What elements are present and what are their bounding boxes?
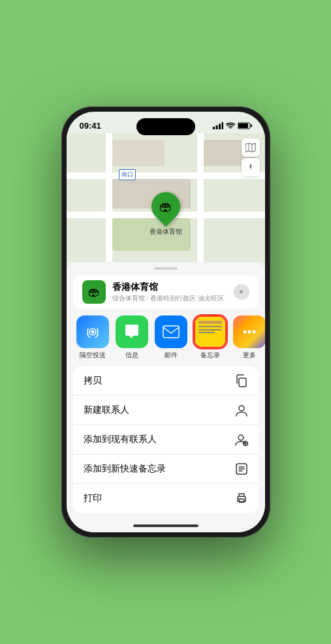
svg-point-16	[238, 435, 244, 440]
venue-description: 综合体育馆 · 香港特别行政区 油尖旺区	[112, 294, 227, 303]
svg-rect-10	[163, 326, 179, 338]
copy-icon	[235, 374, 248, 387]
svg-rect-3	[221, 122, 223, 129]
signal-icon	[213, 122, 223, 129]
phone-frame: 09:41	[61, 106, 270, 538]
map-background: 南口	[67, 133, 265, 262]
print-icon	[235, 492, 248, 505]
svg-point-13	[252, 330, 255, 334]
share-item-messages[interactable]: 信息	[115, 315, 149, 360]
sheet-handle	[154, 267, 178, 270]
action-item-new-contact[interactable]: 新建联系人	[73, 396, 259, 425]
notes-icon-inner	[195, 317, 225, 347]
svg-rect-6	[251, 125, 252, 127]
action-item-add-existing[interactable]: 添加到现有联系人	[73, 425, 259, 455]
messages-symbol	[123, 323, 141, 341]
svg-rect-14	[239, 378, 246, 387]
svg-rect-25	[239, 499, 244, 502]
notes-icon	[194, 315, 227, 348]
compass-icon	[246, 163, 255, 172]
dynamic-island	[136, 118, 195, 135]
more-symbol	[240, 323, 259, 341]
svg-point-11	[243, 330, 246, 334]
messages-icon	[116, 315, 148, 348]
action-label-quick-note: 添加到新快速备忘录	[84, 463, 166, 475]
phone-screen: 09:41	[67, 112, 265, 532]
status-icons	[213, 122, 252, 129]
venue-header: 🏟 香港体育馆 综合体育馆 · 香港特别行政区 油尖旺区 ×	[73, 275, 259, 309]
messages-label: 信息	[125, 351, 138, 360]
action-item-print[interactable]: 打印	[73, 484, 259, 513]
new-contact-icon	[235, 404, 248, 417]
notes-label: 备忘录	[200, 351, 220, 360]
svg-point-26	[239, 498, 240, 499]
map-controls	[242, 138, 260, 176]
status-time: 09:41	[80, 121, 101, 131]
svg-rect-2	[219, 124, 221, 130]
svg-rect-0	[213, 127, 215, 129]
pin-venue-icon: 🏟	[159, 199, 172, 214]
svg-rect-5	[238, 123, 248, 128]
venue-pin[interactable]: 🏟 香港体育馆	[150, 192, 182, 236]
action-item-quick-note[interactable]: 添加到新快速备忘录	[73, 455, 259, 484]
action-label-print: 打印	[84, 492, 102, 504]
home-indicator	[67, 519, 265, 532]
svg-point-9	[91, 330, 94, 334]
action-label-new-contact: 新建联系人	[84, 404, 129, 416]
svg-point-12	[247, 330, 251, 334]
svg-rect-1	[215, 125, 217, 129]
compass-button[interactable]	[242, 158, 260, 176]
share-item-more[interactable]: 更多	[232, 315, 265, 360]
share-item-mail[interactable]: 邮件	[154, 315, 188, 360]
map-area: 南口	[67, 133, 265, 262]
svg-point-7	[249, 167, 251, 169]
close-button[interactable]: ×	[234, 284, 249, 300]
bottom-sheet: 🏟 香港体育馆 综合体育馆 · 香港特别行政区 油尖旺区 ×	[67, 262, 265, 532]
mail-symbol	[162, 325, 180, 339]
action-item-copy[interactable]: 拷贝	[73, 366, 259, 396]
share-row: 隔空投送 信息	[67, 309, 265, 366]
mail-label: 邮件	[165, 351, 178, 360]
add-existing-contact-icon	[235, 433, 248, 446]
action-label-copy: 拷贝	[84, 375, 102, 387]
more-label: 更多	[243, 351, 256, 360]
airdrop-symbol	[84, 323, 101, 340]
map-type-icon	[245, 143, 256, 152]
pin-label: 香港体育馆	[150, 227, 182, 236]
airdrop-icon	[76, 315, 109, 348]
battery-icon	[238, 122, 252, 129]
share-item-airdrop[interactable]: 隔空投送	[76, 315, 110, 360]
mail-icon	[155, 315, 187, 348]
more-icon	[233, 315, 265, 348]
venue-info: 香港体育馆 综合体育馆 · 香港特别行政区 油尖旺区	[112, 282, 227, 303]
venue-logo: 🏟	[82, 280, 106, 304]
action-list: 拷贝 新建联系人 添加到现有联系人	[73, 366, 259, 513]
wifi-icon	[226, 122, 235, 129]
action-label-add-existing: 添加到现有联系人	[84, 434, 157, 445]
map-label-south-gate: 南口	[119, 169, 136, 180]
map-type-button[interactable]	[242, 138, 260, 157]
quick-note-icon	[235, 462, 248, 475]
svg-point-15	[239, 406, 244, 411]
home-bar	[133, 524, 198, 527]
pin-circle: 🏟	[145, 186, 185, 227]
share-item-notes[interactable]: 备忘录	[193, 315, 227, 360]
airdrop-label: 隔空投送	[80, 351, 106, 360]
venue-name: 香港体育馆	[112, 282, 227, 293]
